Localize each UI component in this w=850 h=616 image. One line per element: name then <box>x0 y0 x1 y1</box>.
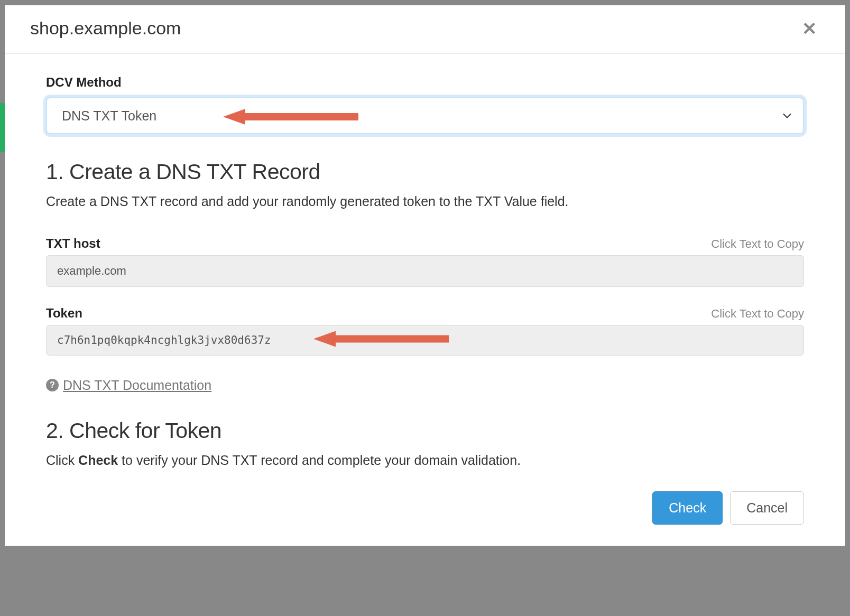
txt-host-row: TXT host Click Text to Copy <box>46 236 804 251</box>
modal-dialog: shop.example.com ✕ DCV Method DNS TXT To… <box>5 5 845 546</box>
txt-host-label: TXT host <box>46 236 100 251</box>
token-label: Token <box>46 306 82 321</box>
txt-host-value[interactable]: example.com <box>46 255 804 287</box>
button-row: Check Cancel <box>46 491 804 525</box>
modal-body: DCV Method DNS TXT Token 1. Create a DNS… <box>5 54 845 546</box>
check-button[interactable]: Check <box>652 491 723 525</box>
modal-header: shop.example.com ✕ <box>5 5 845 54</box>
dns-txt-documentation-link[interactable]: ? DNS TXT Documentation <box>46 378 211 393</box>
annotation-arrow-2 <box>313 331 449 349</box>
help-icon: ? <box>46 379 59 391</box>
close-icon: ✕ <box>802 18 817 39</box>
section-2-heading: 2. Check for Token <box>46 418 804 443</box>
section-1-heading: 1. Create a DNS TXT Record <box>46 160 804 184</box>
close-button[interactable]: ✕ <box>799 20 820 38</box>
section-1-text: Create a DNS TXT record and add your ran… <box>46 192 804 212</box>
section-2-suffix: to verify your DNS TXT record and comple… <box>118 453 521 468</box>
dcv-method-label: DCV Method <box>46 75 804 90</box>
svg-marker-3 <box>313 331 336 347</box>
token-value[interactable]: c7h6n1pq0kqpk4ncghlgk3jvx80d637z <box>46 325 804 356</box>
dcv-method-select-wrap: DNS TXT Token <box>46 97 804 134</box>
modal-title: shop.example.com <box>30 18 181 39</box>
token-copy-hint: Click Text to Copy <box>711 307 804 321</box>
section-2-prefix: Click <box>46 453 78 468</box>
section-2-bold: Check <box>78 453 118 468</box>
token-text: c7h6n1pq0kqpk4ncghlgk3jvx80d637z <box>57 334 271 347</box>
txt-host-copy-hint: Click Text to Copy <box>711 237 804 251</box>
token-row: Token Click Text to Copy <box>46 306 804 321</box>
section-2-text: Click Check to verify your DNS TXT recor… <box>46 451 804 471</box>
dcv-method-select[interactable]: DNS TXT Token <box>46 97 804 134</box>
doc-link-text: DNS TXT Documentation <box>63 378 211 393</box>
cancel-button[interactable]: Cancel <box>730 491 804 525</box>
